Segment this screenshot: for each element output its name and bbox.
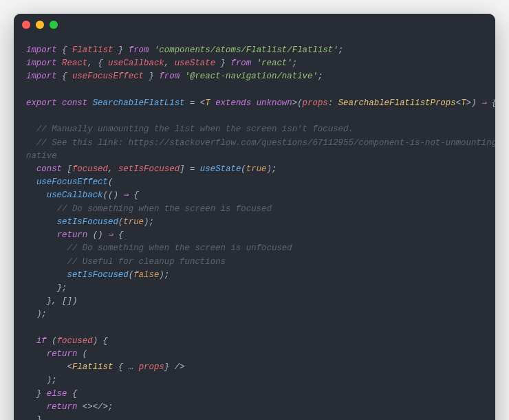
kw-import: import: [26, 71, 57, 81]
arrow: ⇒: [103, 230, 118, 240]
angle: >: [466, 98, 471, 108]
identifier: useCallback: [108, 58, 164, 68]
brace: }: [144, 71, 154, 81]
brace: );: [47, 375, 57, 385]
code-block: import { Flatlist } from 'components/ato…: [14, 36, 495, 420]
brace: {: [103, 336, 108, 346]
type: SearchableFlatlistProps: [338, 98, 456, 108]
empty-params: (): [93, 230, 103, 240]
fn-call: useCallback: [47, 190, 103, 200]
identifier: useState: [175, 58, 216, 68]
jsx-component: Flatlist: [72, 362, 113, 372]
brace: {: [62, 45, 72, 55]
kw-export: export: [26, 98, 57, 108]
var: focused: [57, 336, 93, 346]
kw-return: return: [57, 230, 88, 240]
semicolon: ;: [149, 217, 153, 227]
brace: {: [98, 58, 108, 68]
brace: }: [36, 415, 41, 420]
paren: (: [77, 349, 87, 359]
equals: =: [185, 98, 200, 108]
identifier: React: [62, 58, 87, 68]
kw-from: from: [129, 45, 149, 55]
kw-return: return: [47, 349, 78, 359]
kw-extends: extends: [215, 98, 251, 108]
maximize-icon[interactable]: [50, 21, 58, 29]
comment: // Manually unmounting the list when the…: [36, 124, 354, 134]
jsx-close: />: [175, 362, 185, 372]
semicolon: ;: [318, 71, 323, 81]
kw-from: from: [230, 58, 251, 68]
kw-if: if: [36, 336, 47, 346]
paren: (: [297, 98, 302, 108]
paren: (: [108, 177, 113, 187]
paren: ): [267, 164, 272, 174]
brace: }: [164, 362, 175, 372]
kw-const: const: [62, 98, 87, 108]
brace: {: [118, 230, 123, 240]
const-name: SearchableFlatList: [93, 98, 185, 108]
semicolon: ;: [338, 45, 343, 55]
paren: (: [103, 190, 108, 200]
kw-unknown: unknown: [257, 98, 292, 108]
type-param: T: [205, 98, 210, 108]
identifier: useFocusEffect: [72, 71, 144, 81]
brace: };: [57, 283, 67, 293]
comment: // See this link: https://stackoverflow.…: [36, 138, 495, 148]
bool: false: [133, 270, 159, 280]
paren: (: [241, 164, 246, 174]
bool: true: [123, 217, 144, 227]
kw-const: const: [36, 164, 62, 174]
spread: { …: [113, 362, 138, 372]
jsx-fragment: <></>;: [77, 402, 113, 412]
brace: }, []): [47, 296, 78, 306]
identifier: Flatlist: [72, 45, 113, 55]
bool: true: [246, 164, 267, 174]
fn-call: useState: [200, 164, 241, 174]
var: props: [139, 362, 164, 372]
jsx-angle: <: [67, 362, 72, 372]
brace: {: [62, 71, 72, 81]
kw-from: from: [159, 71, 180, 81]
window-titlebar: [14, 14, 495, 36]
comment: native: [26, 151, 57, 161]
arrow: ⇒: [118, 190, 133, 200]
semicolon: ;: [292, 58, 297, 68]
comment: // Useful for cleanup functions: [67, 257, 226, 267]
comma: ,: [108, 164, 118, 174]
paren: ): [159, 270, 164, 280]
angle: <: [456, 98, 461, 108]
fn-call: setIsFocused: [57, 217, 118, 227]
string: 'components/atoms/Flatlist/Flatlist': [154, 45, 338, 55]
bracket: [: [67, 164, 72, 174]
fn-call: useFocusEffect: [36, 177, 108, 187]
var: setIsFocused: [118, 164, 180, 174]
kw-import: import: [26, 58, 57, 68]
bracket: ]: [180, 164, 184, 174]
param: props: [303, 98, 328, 108]
code-window: import { Flatlist } from 'components/ato…: [14, 14, 495, 420]
paren: ): [93, 336, 103, 346]
brace: }: [113, 45, 123, 55]
string: 'react': [257, 58, 292, 68]
comma: ,: [87, 58, 98, 68]
string: '@react-navigation/native': [185, 71, 318, 81]
var: focused: [72, 164, 108, 174]
brace: }: [215, 58, 226, 68]
kw-else: else: [47, 389, 67, 399]
close-icon[interactable]: [22, 21, 30, 29]
comment: // Do something when the screen is focus…: [57, 204, 272, 214]
kw-return: return: [47, 402, 78, 412]
minimize-icon[interactable]: [36, 21, 44, 29]
empty-params: (): [108, 190, 118, 200]
comment: // Do something when the screen is unfoc…: [67, 243, 292, 253]
brace: {: [492, 98, 495, 108]
arrow: ⇒: [476, 98, 491, 108]
brace: {: [133, 190, 138, 200]
fn-call: setIsFocused: [67, 270, 129, 280]
kw-import: import: [26, 45, 57, 55]
equals: =: [185, 164, 200, 174]
colon: :: [328, 98, 338, 108]
brace: );: [36, 309, 47, 319]
semicolon: ;: [272, 164, 277, 174]
